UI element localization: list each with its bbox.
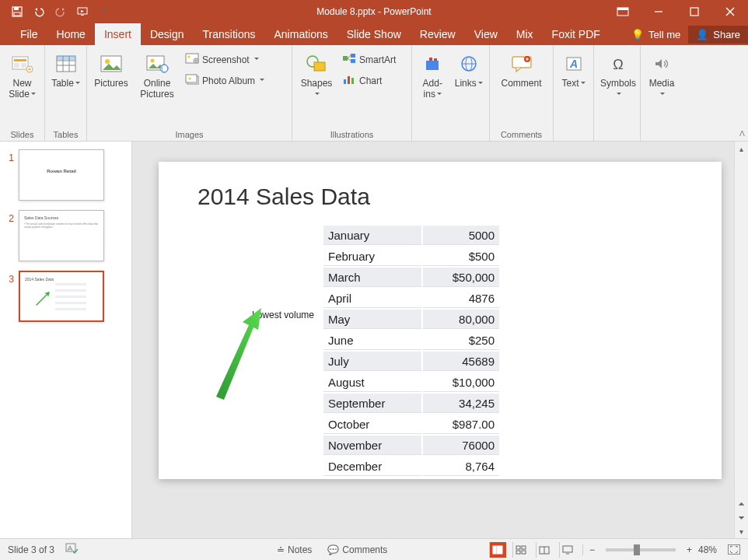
undo-button[interactable] <box>30 2 48 21</box>
value-cell: $50,000 <box>423 268 499 287</box>
table-row[interactable]: April4876 <box>323 289 499 308</box>
svg-rect-42 <box>344 79 346 84</box>
chart-button[interactable]: Chart <box>341 72 397 89</box>
value-cell: $500 <box>423 247 499 266</box>
tab-design[interactable]: Design <box>141 23 194 45</box>
tell-me-label: Tell me <box>648 29 680 40</box>
scroll-track[interactable] <box>735 156 748 496</box>
online-picture-icon <box>145 51 170 76</box>
prev-slide-button[interactable]: ⏶ <box>735 496 748 510</box>
photo-album-button[interactable]: Photo Album <box>184 72 266 89</box>
addins-button[interactable]: Add-ins <box>417 48 449 103</box>
save-button[interactable] <box>8 2 26 21</box>
text-icon: A <box>561 51 586 76</box>
tab-mix[interactable]: Mix <box>507 23 543 45</box>
table-row[interactable]: July45689 <box>323 352 499 371</box>
table-button[interactable]: Table <box>50 48 82 92</box>
text-button[interactable]: AText <box>558 48 589 92</box>
picture-icon <box>99 51 124 76</box>
table-row[interactable]: May80,000 <box>323 310 499 329</box>
next-slide-button[interactable]: ⏷ <box>735 510 748 524</box>
person-icon: 👤 <box>696 29 708 40</box>
comments-button[interactable]: 💬Comments <box>323 543 392 557</box>
fit-to-window-button[interactable]: ⛶ <box>728 544 740 555</box>
value-cell: 45689 <box>423 352 499 371</box>
table-row[interactable]: September34,245 <box>323 394 499 413</box>
svg-rect-6 <box>617 8 628 10</box>
notes-button[interactable]: ≐Notes <box>272 543 316 557</box>
table-row[interactable]: June$250 <box>323 331 499 350</box>
shapes-button[interactable]: Shapes <box>297 48 336 103</box>
tab-home[interactable]: Home <box>47 23 95 45</box>
slide-title[interactable]: 2014 Sales Data <box>197 184 683 210</box>
new-slide-button[interactable]: New Slide <box>5 48 40 103</box>
tab-insert[interactable]: Insert <box>95 23 141 45</box>
zoom-level[interactable]: 48% <box>698 544 717 555</box>
tab-transitions[interactable]: Transitions <box>194 23 265 45</box>
close-button[interactable] <box>712 0 748 23</box>
slide-thumbnail-pane[interactable]: 1 Rowan Retail 2 Sales Data Sources• The… <box>0 142 132 538</box>
zoom-in-button[interactable]: + <box>687 544 692 555</box>
thumbnail-slide-2[interactable]: 2 Sales Data Sources• The annual sales b… <box>5 210 127 261</box>
tab-slideshow[interactable]: Slide Show <box>337 23 411 45</box>
zoom-handle[interactable] <box>634 544 640 555</box>
collapse-ribbon-button[interactable]: ᐱ <box>739 129 745 138</box>
comment-button[interactable]: Comment <box>495 48 548 92</box>
pictures-button[interactable]: Pictures <box>92 48 131 92</box>
online-pictures-button[interactable]: Online Pictures <box>135 48 179 103</box>
current-slide[interactable]: 2014 Sales Data January5000February$500M… <box>159 162 722 479</box>
svg-rect-14 <box>21 63 26 68</box>
annotation-text[interactable]: Lowest volume <box>252 310 314 320</box>
tab-animations[interactable]: Animations <box>264 23 337 45</box>
spellcheck-icon[interactable] <box>65 543 78 556</box>
comment-icon <box>509 51 534 76</box>
month-cell: June <box>323 331 421 350</box>
slide-sorter-button[interactable] <box>512 542 530 558</box>
reading-view-button[interactable] <box>536 542 553 558</box>
redo-button[interactable] <box>51 2 70 21</box>
addins-icon <box>420 51 445 76</box>
table-row[interactable]: December8,764 <box>323 457 499 476</box>
ribbon-display-options[interactable] <box>605 0 641 23</box>
qat-customize[interactable] <box>95 2 114 21</box>
zoom-slider[interactable] <box>606 548 676 551</box>
tab-file[interactable]: File <box>11 23 47 45</box>
scroll-down[interactable]: ▾ <box>735 524 748 538</box>
titlebar: Module 8.pptx - PowerPoint <box>0 0 748 23</box>
start-from-beginning-button[interactable] <box>73 2 92 21</box>
zoom-out-button[interactable]: − <box>582 544 595 555</box>
sales-data-table[interactable]: January5000February$500March$50,000April… <box>322 224 501 478</box>
links-button[interactable]: Links <box>453 48 485 92</box>
share-button[interactable]: 👤Share <box>688 26 748 44</box>
slide-editor[interactable]: 2014 Sales Data January5000February$500M… <box>132 142 748 538</box>
table-row[interactable]: February$500 <box>323 247 499 266</box>
smartart-button[interactable]: SmartArt <box>341 51 397 68</box>
thumbnail-slide-1[interactable]: 1 Rowan Retail <box>5 149 127 201</box>
table-row[interactable]: October$987.00 <box>323 415 499 434</box>
month-cell: November <box>323 436 421 455</box>
smartart-icon <box>342 53 356 66</box>
value-cell: 76000 <box>423 436 499 455</box>
tab-review[interactable]: Review <box>411 23 465 45</box>
maximize-button[interactable] <box>676 0 712 23</box>
table-row[interactable]: November76000 <box>323 436 499 455</box>
tab-view[interactable]: View <box>465 23 507 45</box>
month-cell: July <box>323 352 421 371</box>
symbols-button[interactable]: ΩSymbols <box>599 48 638 103</box>
thumbnail-slide-3[interactable]: 3 2014 Sales Data <box>5 271 127 322</box>
svg-rect-1 <box>14 7 19 10</box>
media-button[interactable]: Media <box>645 48 678 103</box>
table-row[interactable]: August$10,000 <box>323 373 499 392</box>
normal-view-button[interactable] <box>489 542 506 558</box>
minimize-button[interactable] <box>641 0 676 23</box>
table-row[interactable]: January5000 <box>323 226 499 245</box>
tab-foxitpdf[interactable]: Foxit PDF <box>543 23 610 45</box>
table-row[interactable]: March$50,000 <box>323 268 499 287</box>
thumbnail-preview: Rowan Retail <box>19 149 104 201</box>
vertical-scrollbar[interactable]: ▴ ⏶⏷ ▾ <box>734 142 748 538</box>
tell-me-search[interactable]: 💡Tell me <box>624 29 688 40</box>
slideshow-view-button[interactable] <box>559 542 576 558</box>
scroll-up[interactable]: ▴ <box>735 142 748 156</box>
screenshot-button[interactable]: Screenshot <box>184 51 266 68</box>
slide-counter[interactable]: Slide 3 of 3 <box>8 544 54 555</box>
